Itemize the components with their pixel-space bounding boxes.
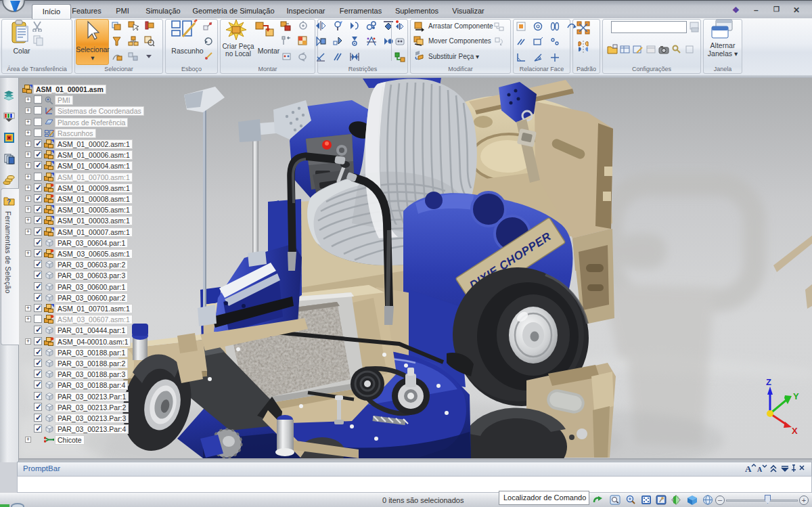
svg-text:X: X	[50, 107, 53, 111]
svg-text:X: X	[792, 426, 798, 436]
svg-text:?: ?	[7, 198, 11, 206]
svg-text:A: A	[757, 466, 763, 473]
svg-text:Z: Z	[766, 377, 771, 387]
svg-text:A: A	[745, 464, 752, 473]
svg-text:Y: Y	[793, 391, 799, 401]
